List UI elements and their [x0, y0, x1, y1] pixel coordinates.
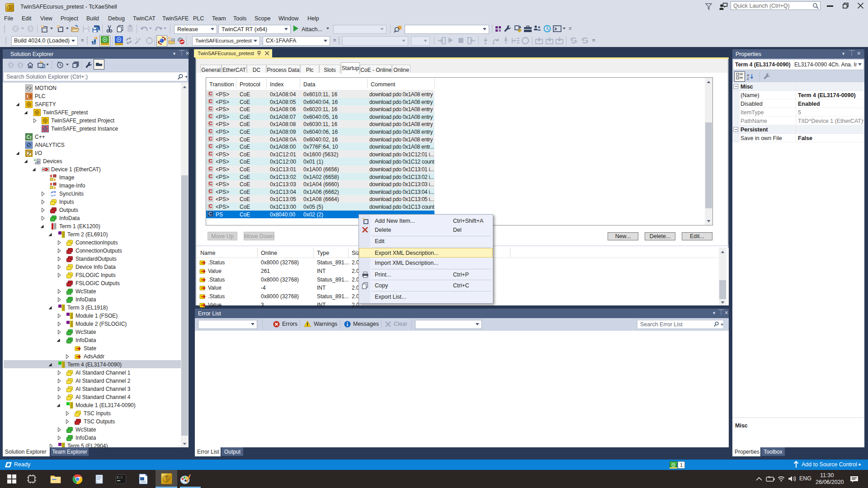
svg-text:Z: Z — [747, 77, 749, 80]
svg-text:C:\: C:\ — [117, 476, 123, 479]
